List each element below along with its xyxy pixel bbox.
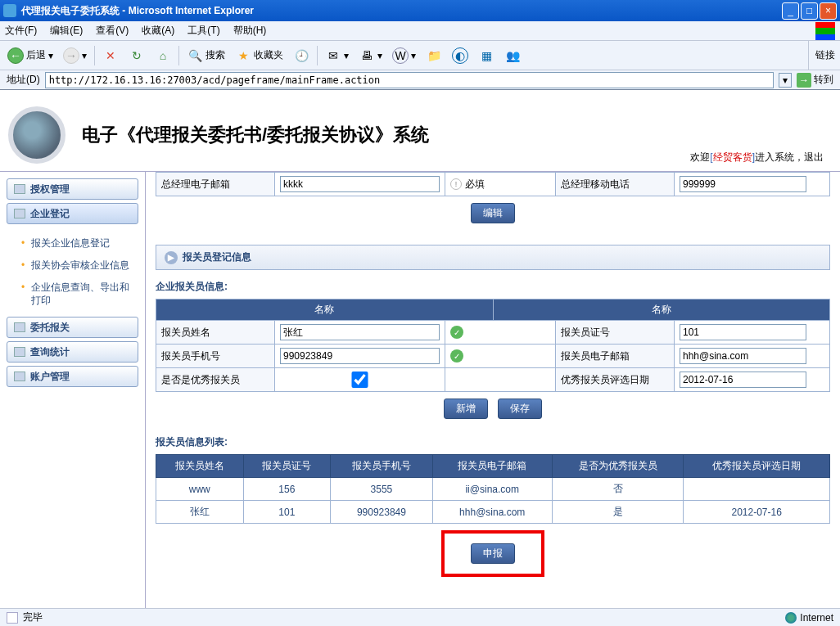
section-header-registration: ▶ 报关员登记信息 [156, 245, 830, 270]
sidebar-sub-enterprise-info[interactable]: 报关企业信息登记 [21, 232, 138, 254]
messenger-button[interactable]: 👥 [502, 46, 523, 65]
back-button[interactable]: ←后退 ▾ [5, 46, 56, 65]
submit-button[interactable]: 申报 [471, 543, 515, 564]
th-date: 优秀报关员评选日期 [684, 455, 830, 478]
messenger-icon: 👥 [504, 47, 521, 64]
sidebar-submenu: 报关企业信息登记 报关协会审核企业信息 企业信息查询、导出和打印 [7, 227, 138, 317]
th-cert: 报关员证号 [243, 455, 331, 478]
forward-button[interactable]: → ▾ [61, 46, 89, 65]
go-arrow-icon: → [797, 73, 811, 88]
sidebar-item-query[interactable]: 查询统计 [7, 341, 138, 363]
required-icon: ! [450, 178, 462, 190]
history-button[interactable]: 🕘 [291, 46, 312, 65]
input-phone[interactable] [280, 348, 440, 364]
label-manager-phone: 总经理移动电话 [556, 173, 675, 196]
th-email: 报关员电子邮箱 [432, 455, 552, 478]
sidebar-item-account[interactable]: 账户管理 [7, 366, 138, 387]
system-logo-icon [8, 106, 65, 164]
home-button[interactable]: ⌂ [152, 46, 174, 65]
go-button[interactable]: →转到 [797, 73, 833, 88]
edit-button[interactable]: W▾ [390, 46, 418, 65]
main-layout: 授权管理 企业登记 报关企业信息登记 报关协会审核企业信息 企业信息查询、导出和… [0, 172, 840, 626]
checkbox-excellent[interactable] [280, 372, 440, 388]
input-date[interactable] [680, 372, 806, 388]
table-row[interactable]: www 156 3555 ii@sina.com 否 [156, 478, 830, 501]
content-area: 总经理电子邮箱 !必填 总经理移动电话 编辑 ▶ 报关员登记信息 企业报关员信息… [146, 172, 840, 626]
menubar: 文件(F) 编辑(E) 查看(V) 收藏(A) 工具(T) 帮助(H) [0, 21, 840, 41]
th-name: 报关员姓名 [156, 455, 244, 478]
sidebar-item-delegate[interactable]: 委托报关 [7, 317, 138, 338]
folder-icon [14, 184, 25, 194]
folder-icon: 📁 [426, 47, 442, 64]
table-row[interactable]: 张红 101 990923849 hhh@sina.com 是 2012-07-… [156, 501, 830, 524]
word-icon: W [392, 47, 409, 64]
arrow-right-icon: ▶ [165, 251, 178, 264]
close-button[interactable]: × [820, 2, 837, 20]
status-text: 完毕 [23, 610, 43, 624]
links-label[interactable]: 链接 [808, 41, 835, 70]
mail-button[interactable]: ✉▾ [323, 46, 351, 65]
declarant-list-table: 报关员姓名 报关员证号 报关员手机号 报关员电子邮箱 是否为优秀报关员 优秀报关… [156, 454, 830, 524]
input-cert-no[interactable] [680, 324, 806, 340]
enterprise-info-title: 企业报关员信息: [156, 280, 830, 294]
address-input[interactable] [45, 72, 774, 88]
star-icon: ★ [235, 47, 251, 64]
forward-icon: → [63, 47, 79, 64]
menu-tools[interactable]: 工具(T) [187, 24, 219, 38]
folder-icon [14, 209, 25, 218]
label-cert-no: 报关员证号 [556, 321, 675, 344]
save-button[interactable]: 保存 [498, 399, 542, 419]
list-title: 报关员信息列表: [156, 435, 830, 449]
window-title: 代理报关电子委托系统 - Microsoft Internet Explorer [21, 4, 780, 18]
refresh-button[interactable]: ↻ [126, 46, 147, 65]
folder-icon [14, 322, 25, 332]
ext1-button[interactable]: ◐ [449, 46, 471, 65]
sidebar-sub-audit[interactable]: 报关协会审核企业信息 [21, 254, 138, 277]
page-icon [7, 612, 18, 624]
menu-favorites[interactable]: 收藏(A) [142, 24, 174, 38]
folder-button[interactable]: 📁 [423, 46, 445, 65]
logout-link[interactable]: 退出 [804, 151, 824, 163]
menu-view[interactable]: 查看(V) [96, 24, 129, 38]
window-titlebar: 代理报关电子委托系统 - Microsoft Internet Explorer… [0, 0, 840, 21]
history-icon: 🕘 [293, 47, 309, 64]
menu-edit[interactable]: 编辑(E) [50, 24, 83, 38]
required-text: 必填 [465, 178, 485, 191]
home-icon: ⌂ [155, 47, 171, 64]
globe-icon [785, 612, 797, 624]
addressbar: 地址(D) ▾ →转到 [0, 70, 840, 90]
form-header-row: 名称 名称 [156, 299, 830, 321]
menu-file[interactable]: 文件(F) [5, 24, 37, 38]
label-email: 报关员电子邮箱 [556, 345, 675, 367]
menu-help[interactable]: 帮助(H) [233, 24, 267, 38]
input-declarant-name[interactable] [280, 324, 440, 340]
check-icon: ✓ [450, 349, 463, 363]
print-button[interactable]: 🖶▾ [356, 46, 385, 65]
search-icon: 🔍 [187, 47, 203, 64]
minimize-button[interactable]: _ [782, 2, 799, 20]
check-icon: ✓ [450, 326, 463, 339]
input-manager-phone[interactable] [680, 176, 806, 192]
submit-highlight-box: 申报 [441, 530, 544, 577]
ext2-icon: ▦ [478, 47, 495, 64]
sidebar-sub-query-export[interactable]: 企业信息查询、导出和打印 [21, 277, 138, 313]
welcome-text: 欢迎[经贸客货]进入系统，退出 [690, 151, 824, 164]
favorites-button[interactable]: ★收藏夹 [233, 46, 286, 65]
sidebar-item-auth[interactable]: 授权管理 [7, 178, 138, 200]
edit-button[interactable]: 编辑 [471, 203, 515, 223]
sidebar-item-enterprise-reg[interactable]: 企业登记 [7, 203, 138, 224]
ext2-button[interactable]: ▦ [476, 46, 497, 65]
address-label: 地址(D) [7, 73, 40, 87]
input-email[interactable] [680, 348, 806, 364]
form-row-name: 报关员姓名 ✓ 报关员证号 [156, 321, 830, 345]
search-button[interactable]: 🔍搜索 [184, 46, 228, 65]
stop-button[interactable]: ✕ [100, 46, 121, 65]
label-excellent: 是否是优秀报关员 [156, 368, 275, 391]
back-icon: ← [7, 47, 24, 64]
address-dropdown[interactable]: ▾ [779, 73, 792, 88]
input-manager-email[interactable] [280, 176, 440, 192]
add-button[interactable]: 新增 [444, 399, 488, 419]
th-phone: 报关员手机号 [331, 455, 433, 478]
maximize-button[interactable]: □ [801, 2, 818, 20]
form-row-phone: 报关员手机号 ✓ 报关员电子邮箱 [156, 345, 830, 368]
